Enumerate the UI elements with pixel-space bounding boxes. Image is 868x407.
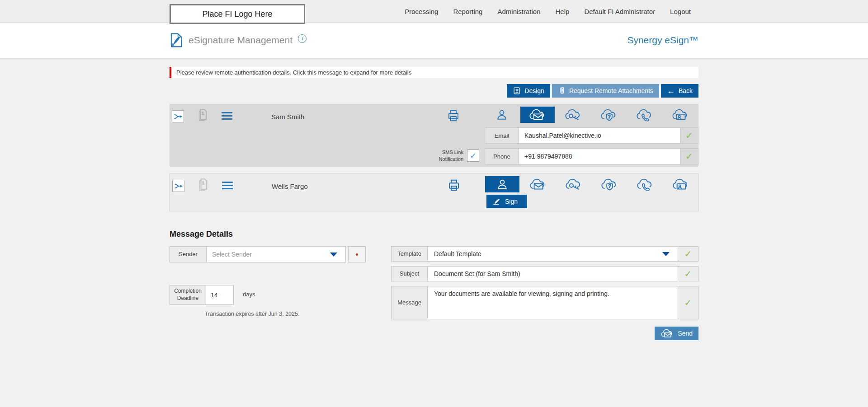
phone-field-row: Phone ✓: [485, 148, 698, 164]
design-button-label: Design: [524, 87, 544, 94]
alert-text: Please review remote authentication deta…: [176, 69, 411, 76]
subject-valid-check-icon: ✓: [684, 268, 692, 279]
merge-arrow-icon: [174, 181, 184, 191]
expiry-note: Transaction expires after Jun 3, 2025.: [205, 311, 299, 317]
document-pen-icon: [170, 33, 183, 48]
nav-processing[interactable]: Processing: [405, 8, 438, 15]
sender-label: Sender: [170, 247, 207, 262]
sender-row: Sender Select Sender: [170, 246, 346, 262]
design-button[interactable]: Design: [507, 84, 550, 98]
message-details-form: Sender Select Sender Completion Deadline…: [170, 246, 698, 373]
message-textarea[interactable]: Your documents are available for viewing…: [428, 286, 678, 319]
days-label: days: [243, 291, 255, 298]
fi-logo-placeholder[interactable]: Place FI Logo Here: [170, 4, 305, 24]
page-title: eSignature Management: [189, 35, 292, 46]
product-brand: Synergy eSign™: [627, 23, 698, 58]
required-indicator-icon: [356, 253, 358, 256]
email-label: Email: [485, 128, 519, 143]
method-phone-auth-icon[interactable]: [627, 107, 662, 123]
template-label: Template: [392, 247, 428, 261]
request-remote-attachments-label: Request Remote Attachments: [569, 87, 653, 94]
print-icon[interactable]: [447, 178, 461, 194]
email-input[interactable]: [519, 128, 680, 143]
merge-workflow-button[interactable]: [172, 110, 184, 122]
method-access-code-icon[interactable]: [556, 107, 590, 123]
template-value: Default Template: [434, 250, 481, 257]
reorder-handle-icon[interactable]: [222, 182, 233, 191]
completion-deadline-input[interactable]: [206, 285, 233, 304]
nav-reporting[interactable]: Reporting: [453, 8, 482, 15]
completion-deadline-label: Completion Deadline: [170, 285, 206, 304]
sign-button[interactable]: Sign: [486, 195, 527, 208]
document-count-icon: [195, 177, 210, 194]
recipient-row-wells-fargo: Wells Fargo Sig: [170, 173, 698, 211]
method-security-question-icon[interactable]: [592, 107, 626, 123]
nav-current-user[interactable]: Default FI Administrator: [584, 8, 655, 15]
message-value: Your documents are available for viewing…: [434, 290, 609, 297]
print-icon[interactable]: [446, 108, 461, 125]
message-row: Message Your documents are available for…: [391, 286, 698, 319]
request-remote-attachments-button[interactable]: Request Remote Attachments: [552, 84, 659, 98]
method-id-verification-icon[interactable]: [663, 107, 698, 123]
sender-select[interactable]: Select Sender: [207, 247, 345, 262]
phone-label: Phone: [485, 149, 519, 164]
checkbox-check-icon: ✓: [470, 151, 476, 161]
email-field-row: Email ✓: [485, 127, 698, 144]
delivery-method-strip: [485, 176, 699, 192]
design-document-icon: [513, 87, 521, 95]
alert-message[interactable]: Please review remote authentication deta…: [170, 67, 698, 78]
template-select[interactable]: Default Template: [428, 247, 678, 261]
template-row: Template Default Template ✓: [391, 246, 698, 262]
delivery-method-strip: [485, 107, 698, 123]
fi-logo-label: Place FI Logo Here: [202, 9, 272, 19]
method-remote-email-icon[interactable]: [520, 107, 555, 123]
chevron-down-icon: [662, 252, 670, 256]
message-details-heading: Message Details: [170, 229, 698, 239]
top-navigation: Processing Reporting Administration Help…: [405, 0, 691, 23]
method-in-person-icon[interactable]: [485, 107, 519, 123]
method-remote-email-icon[interactable]: [521, 176, 555, 192]
cloud-envelope-send-icon: [660, 328, 674, 338]
message-label: Message: [392, 286, 428, 319]
page-header: eSignature Management i Synergy eSign™: [0, 23, 868, 58]
info-icon[interactable]: i: [298, 34, 307, 43]
nav-logout[interactable]: Logout: [670, 8, 691, 15]
top-bar: Place FI Logo Here Processing Reporting …: [0, 0, 868, 23]
phone-input[interactable]: [519, 149, 680, 164]
sms-link-notification-label: SMS Link Notification: [423, 149, 463, 163]
sign-button-label: Sign: [505, 198, 518, 205]
nav-help[interactable]: Help: [556, 8, 570, 15]
back-arrow-icon: ←: [667, 87, 675, 95]
phone-valid-check-icon: ✓: [685, 151, 693, 162]
sender-required-box: [348, 246, 366, 262]
method-security-question-icon[interactable]: [592, 176, 627, 192]
method-id-verification-icon[interactable]: [664, 176, 698, 192]
merge-arrow-icon: [173, 112, 183, 122]
completion-deadline-row: Completion Deadline: [170, 285, 234, 305]
method-access-code-icon[interactable]: [557, 176, 591, 192]
subject-value: Document Set (for Sam Smith): [434, 270, 520, 277]
email-valid-check-icon: ✓: [685, 130, 693, 141]
subject-input[interactable]: Document Set (for Sam Smith): [428, 267, 678, 281]
subject-label: Subject: [392, 267, 428, 281]
message-valid-check-icon: ✓: [684, 297, 692, 308]
back-button[interactable]: ← Back: [661, 84, 698, 98]
recipient-row-sam-smith: Sam Smith Email: [170, 104, 698, 167]
recipient-name: Wells Fargo: [272, 182, 308, 190]
send-button[interactable]: Send: [655, 327, 698, 340]
paperclip-icon: [558, 86, 566, 95]
template-valid-check-icon: ✓: [684, 248, 692, 259]
reorder-handle-icon[interactable]: [222, 112, 232, 122]
send-button-label: Send: [678, 330, 693, 337]
sms-link-notification-checkbox[interactable]: ✓: [467, 150, 479, 162]
action-toolbar: Design Request Remote Attachments ← Back: [170, 84, 698, 98]
method-in-person-icon[interactable]: [485, 176, 519, 192]
merge-workflow-button[interactable]: [172, 180, 184, 192]
method-phone-auth-icon[interactable]: [628, 176, 662, 192]
recipient-name: Sam Smith: [271, 113, 304, 121]
document-count-icon: [194, 108, 210, 125]
chevron-down-icon: [330, 253, 337, 257]
nav-administration[interactable]: Administration: [497, 8, 540, 15]
back-button-label: Back: [679, 87, 693, 94]
sender-placeholder: Select Sender: [212, 251, 252, 258]
